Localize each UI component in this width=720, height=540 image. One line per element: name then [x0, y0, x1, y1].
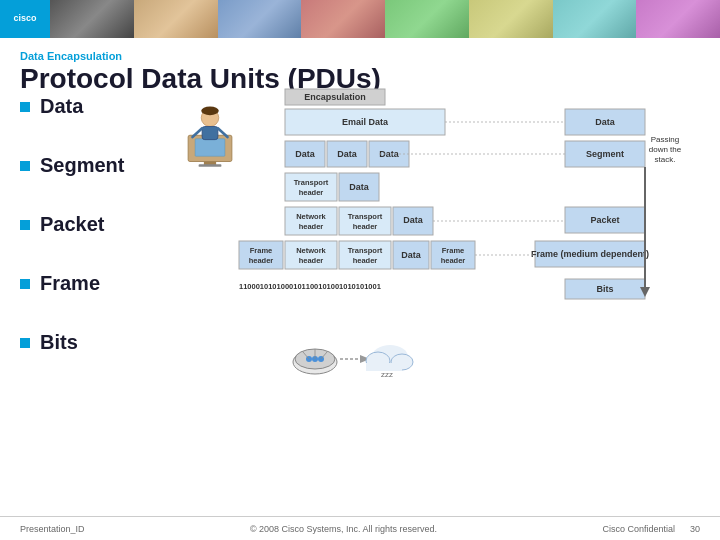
bullet-label-packet: Packet: [40, 213, 105, 236]
bullet-label-frame: Frame: [40, 272, 100, 295]
bullet-item-frame: Frame: [20, 272, 124, 295]
footer-confidential: Cisco Confidential 30: [602, 524, 700, 534]
top-banner: cisco: [0, 0, 720, 38]
svg-text:stack.: stack.: [655, 155, 676, 164]
svg-text:Frame: Frame: [250, 246, 273, 255]
banner-photo-1: [50, 0, 134, 38]
svg-text:Network: Network: [296, 246, 326, 255]
svg-text:header: header: [249, 256, 274, 265]
svg-rect-3: [199, 164, 222, 167]
banner-photo-6: [469, 0, 553, 38]
svg-text:Transport: Transport: [348, 246, 383, 255]
svg-text:Data: Data: [595, 117, 616, 127]
banner-photo-3: [218, 0, 302, 38]
svg-point-8: [201, 106, 219, 115]
bullet-label-data: Data: [40, 95, 83, 118]
footer: Presentation_ID © 2008 Cisco Systems, In…: [0, 516, 720, 540]
svg-text:header: header: [299, 222, 324, 231]
banner-photos: [50, 0, 720, 38]
svg-text:110001010100010110010100101010: 1100010101000101100101001010101001: [239, 282, 381, 291]
cisco-logo: cisco: [0, 0, 50, 38]
bullet-list: Data Segment Packet Frame Bits: [20, 95, 124, 390]
banner-photo-8: [636, 0, 720, 38]
svg-text:header: header: [441, 256, 466, 265]
svg-rect-1: [195, 139, 225, 157]
svg-text:Passing: Passing: [651, 135, 679, 144]
banner-photo-7: [553, 0, 637, 38]
svg-text:Transport: Transport: [294, 178, 329, 187]
diagram-area: Encapsulation Email Data Data Data Data …: [170, 82, 720, 502]
svg-text:Packet: Packet: [590, 215, 619, 225]
svg-text:header: header: [353, 256, 378, 265]
svg-text:Data: Data: [401, 250, 422, 260]
svg-text:Network: Network: [296, 212, 326, 221]
bullet-square-frame: [20, 279, 30, 289]
svg-text:Frame: Frame: [442, 246, 465, 255]
svg-text:Frame (medium dependent): Frame (medium dependent): [531, 249, 649, 259]
svg-text:Data: Data: [349, 182, 370, 192]
bullet-item-data: Data: [20, 95, 124, 118]
bullet-label-segment: Segment: [40, 154, 124, 177]
bullet-square-data: [20, 102, 30, 112]
bullet-square-segment: [20, 161, 30, 171]
footer-confidential-label: Cisco Confidential: [602, 524, 675, 534]
footer-page-number: 30: [690, 524, 700, 534]
svg-rect-5: [202, 127, 218, 140]
bullet-item-packet: Packet: [20, 213, 124, 236]
svg-text:Data: Data: [295, 149, 316, 159]
svg-text:Segment: Segment: [586, 149, 624, 159]
svg-text:Email Data: Email Data: [342, 117, 389, 127]
bullet-item-bits: Bits: [20, 331, 124, 354]
cisco-logo-text: cisco: [13, 14, 36, 24]
banner-photo-4: [301, 0, 385, 38]
svg-text:Transport: Transport: [348, 212, 383, 221]
svg-text:Data: Data: [403, 215, 424, 225]
svg-text:header: header: [353, 222, 378, 231]
footer-copyright: © 2008 Cisco Systems, Inc. All rights re…: [250, 524, 437, 534]
svg-text:Encapsulation: Encapsulation: [304, 92, 366, 102]
footer-presentation-id: Presentation_ID: [20, 524, 85, 534]
svg-text:down the: down the: [649, 145, 682, 154]
svg-text:Data: Data: [337, 149, 358, 159]
banner-photo-5: [385, 0, 469, 38]
svg-text:Bits: Bits: [596, 284, 613, 294]
svg-text:header: header: [299, 188, 324, 197]
svg-text:header: header: [299, 256, 324, 265]
encapsulation-diagram: Encapsulation Email Data Data Data Data …: [225, 87, 720, 447]
bullet-item-segment: Segment: [20, 154, 124, 177]
svg-text:zzz: zzz: [381, 370, 393, 379]
bullet-square-bits: [20, 338, 30, 348]
page-subtitle: Data Encapsulation: [20, 50, 700, 62]
bullet-label-bits: Bits: [40, 331, 78, 354]
banner-photo-2: [134, 0, 218, 38]
bullet-square-packet: [20, 220, 30, 230]
